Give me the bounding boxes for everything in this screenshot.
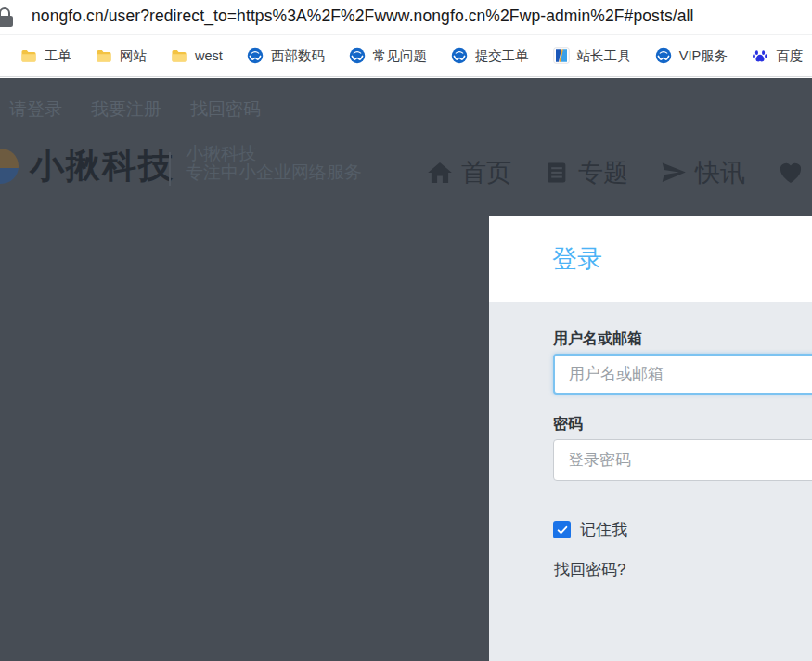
bookmark-item[interactable]: west xyxy=(171,47,223,64)
folder-icon xyxy=(171,47,187,64)
bookmark-item[interactable]: 常见问题 xyxy=(349,47,427,65)
bookmark-label: 站长工具 xyxy=(577,47,631,65)
bookmark-label: 百度 xyxy=(776,47,803,65)
nav-item[interactable]: 产 xyxy=(778,156,812,189)
bookmark-item[interactable]: VIP服务 xyxy=(655,47,728,65)
bookmark-item[interactable]: 工单 xyxy=(20,47,71,65)
nav-item-label: 快讯 xyxy=(695,156,745,189)
page-background: 请登录 我要注册 找回密码 小揪科技 小揪科技 专注中小企业网络服务 首页 xyxy=(0,78,812,661)
user-link[interactable]: 请登录 xyxy=(9,97,62,122)
send-icon xyxy=(661,160,687,186)
bookmark-label: VIP服务 xyxy=(679,47,728,65)
browser-window: nongfo.cn/user?redirect_to=https%3A%2F%2… xyxy=(0,0,812,661)
password-input[interactable] xyxy=(553,439,812,481)
user-link[interactable]: 我要注册 xyxy=(91,97,161,122)
login-modal-header: 登录 xyxy=(489,216,812,302)
remember-me-row[interactable]: 记住我 xyxy=(553,519,627,540)
bookmark-item[interactable]: 西部数码 xyxy=(247,47,325,65)
logo-tagline-block: 小揪科技 专注中小企业网络服务 xyxy=(186,145,362,182)
logo-divider xyxy=(169,152,171,186)
remember-label: 记住我 xyxy=(580,519,627,540)
site-logo-icon[interactable] xyxy=(0,149,19,184)
bookmarks-bar: 工单 网站 west 西部数码 常见问题 xyxy=(0,34,812,77)
bookmark-label: 提交工单 xyxy=(475,47,529,65)
baidu-icon xyxy=(752,47,768,64)
login-modal: 登录 用户名或邮箱 密码 记住我 找回密码? xyxy=(489,216,812,661)
main-nav: 首页 专题 快讯 产 xyxy=(427,156,812,189)
forgot-password-link[interactable]: 找回密码? xyxy=(554,559,625,580)
nav-item-label: 专题 xyxy=(578,156,628,189)
heart-icon xyxy=(778,160,804,186)
bookmark-item[interactable]: 网站 xyxy=(96,47,147,65)
bookmark-label: 常见问题 xyxy=(373,47,427,65)
bookmark-label: 网站 xyxy=(120,47,147,65)
west-icon xyxy=(247,47,264,64)
bookmark-item[interactable]: 提交工单 xyxy=(451,47,529,65)
user-link[interactable]: 找回密码 xyxy=(190,97,261,122)
password-label: 密码 xyxy=(553,415,583,434)
remember-checkbox[interactable] xyxy=(553,521,571,538)
bookmark-label: 西部数码 xyxy=(271,47,325,65)
nav-item[interactable]: 首页 xyxy=(427,156,511,189)
bookmark-label: 工单 xyxy=(45,47,71,65)
west-icon xyxy=(451,47,468,64)
username-input[interactable] xyxy=(553,354,812,395)
login-modal-title: 登录 xyxy=(552,242,602,276)
user-links: 请登录 我要注册 找回密码 xyxy=(9,97,261,122)
bookmark-label: west xyxy=(195,48,223,63)
url-text[interactable]: nongfo.cn/user?redirect_to=https%3A%2F%2… xyxy=(32,6,694,26)
logo-tagline: 专注中小企业网络服务 xyxy=(186,163,362,182)
bookmark-item[interactable]: 百度 xyxy=(752,47,803,65)
address-bar[interactable]: nongfo.cn/user?redirect_to=https%3A%2F%2… xyxy=(0,0,812,34)
west-icon xyxy=(655,47,672,64)
username-label: 用户名或邮箱 xyxy=(553,330,642,349)
site-logo-title[interactable]: 小揪科技 xyxy=(30,143,174,189)
west-icon xyxy=(349,47,366,64)
folder-icon xyxy=(20,47,37,64)
book-icon xyxy=(544,160,570,186)
bookmark-item[interactable]: 站长工具 xyxy=(553,47,631,65)
nav-item-label: 首页 xyxy=(461,156,511,189)
nav-item[interactable]: 快讯 xyxy=(661,156,745,189)
nav-item[interactable]: 专题 xyxy=(544,156,628,189)
chinaz-icon xyxy=(553,47,570,64)
lock-icon xyxy=(0,6,16,29)
folder-icon xyxy=(96,47,112,64)
home-icon xyxy=(427,160,453,186)
logo-tag-title: 小揪科技 xyxy=(186,145,362,163)
